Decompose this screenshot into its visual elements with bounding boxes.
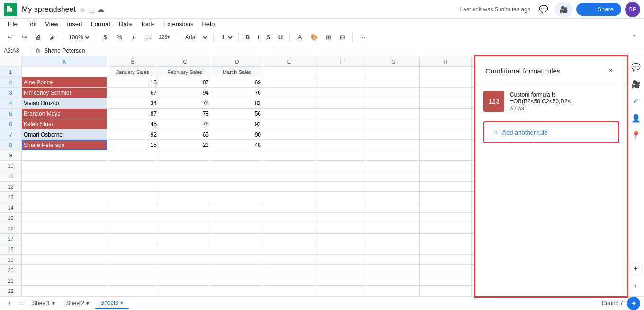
cell-d2[interactable]: 69	[211, 77, 263, 88]
cell-i1[interactable]	[472, 67, 475, 77]
cell-g6[interactable]	[367, 119, 420, 129]
cell-c8[interactable]: 23	[159, 140, 211, 150]
strikethrough-button[interactable]: S	[264, 33, 274, 42]
menu-view[interactable]: View	[41, 19, 62, 29]
cell-f8[interactable]	[315, 140, 367, 150]
cell-g7[interactable]	[367, 129, 420, 140]
cell-i4[interactable]	[472, 98, 475, 109]
cell-a6[interactable]: Kaleb Stuart	[22, 119, 107, 129]
cell-f7[interactable]	[315, 129, 367, 140]
meet-button[interactable]: 🎥	[555, 2, 572, 17]
cell-h6[interactable]	[420, 119, 472, 129]
cell-f2[interactable]	[315, 77, 367, 88]
cell-c1[interactable]: February Sales	[159, 67, 211, 77]
cell-c5[interactable]: 78	[159, 109, 211, 119]
cell-i6[interactable]	[472, 119, 475, 129]
cell-c6[interactable]: 78	[159, 119, 211, 129]
comments-button[interactable]: 💬	[536, 2, 551, 17]
cell-e6[interactable]	[263, 119, 315, 129]
star-icon[interactable]: ☆	[80, 6, 86, 13]
col-header-e[interactable]: E	[263, 56, 315, 66]
cell-i2[interactable]	[472, 77, 475, 88]
cell-i5[interactable]	[472, 109, 475, 119]
cell-g2[interactable]	[367, 77, 420, 88]
cell-c2[interactable]: 87	[159, 77, 211, 88]
close-panel-button[interactable]: ×	[604, 64, 617, 77]
cell-a7[interactable]: Omari Osborne	[22, 129, 107, 140]
cell-c3[interactable]: 94	[159, 88, 211, 98]
cell-b8[interactable]: 15	[107, 140, 159, 150]
cell-b6[interactable]: 45	[107, 119, 159, 129]
cell-i7[interactable]	[472, 129, 475, 140]
undo-button[interactable]: ↩	[4, 31, 16, 44]
cell-d5[interactable]: 56	[211, 109, 263, 119]
decimal-less-button[interactable]: .0	[127, 31, 140, 44]
sheet-tab-sheet1[interactable]: Sheet1 ▾	[27, 298, 61, 309]
chat-side-icon[interactable]: 💬	[629, 60, 643, 73]
format-123-button[interactable]: 123▾	[156, 31, 173, 44]
cell-i8[interactable]	[472, 140, 475, 150]
col-header-c[interactable]: C	[159, 56, 211, 66]
cell-f5[interactable]	[315, 109, 367, 119]
cell-a1[interactable]	[22, 67, 107, 77]
cell-h2[interactable]	[420, 77, 472, 88]
maps-side-icon[interactable]: 📍	[629, 128, 643, 142]
cell-b1[interactable]: January Sales	[107, 67, 159, 77]
cell-e2[interactable]	[263, 77, 315, 88]
currency-button[interactable]: $	[99, 31, 111, 44]
cell-d1[interactable]: March Sales	[211, 67, 263, 77]
zoom-select[interactable]: 100%	[67, 34, 91, 41]
cell-d8[interactable]: 48	[211, 140, 263, 150]
merge-button[interactable]: ⊟	[336, 31, 349, 44]
menu-file[interactable]: File	[4, 19, 21, 29]
cell-e8[interactable]	[263, 140, 315, 150]
sheet-list-button[interactable]: ☰	[15, 298, 27, 309]
percent-button[interactable]: %	[113, 31, 125, 44]
meet-side-icon[interactable]: 🎥	[629, 77, 643, 91]
tasks-side-icon[interactable]: ✓	[629, 94, 643, 108]
paint-format-button[interactable]: 🖌	[46, 31, 59, 44]
cell-a9[interactable]	[22, 150, 107, 161]
cloud-icon[interactable]: ☁	[98, 6, 104, 13]
cell-a8[interactable]: Shane Peterson	[22, 140, 107, 150]
share-button[interactable]: 👤 Share	[576, 3, 621, 16]
menu-format[interactable]: Format	[87, 19, 114, 29]
col-header-d[interactable]: D	[211, 56, 263, 66]
explore-button[interactable]: ✦	[627, 297, 640, 310]
cell-a3[interactable]: Kimberley Schmidt	[22, 88, 107, 98]
cell-d6[interactable]: 92	[211, 119, 263, 129]
bold-button[interactable]: B	[242, 33, 252, 42]
cell-b7[interactable]: 92	[107, 129, 159, 140]
expand-sidebar-button[interactable]: ›	[629, 279, 643, 292]
cell-e1[interactable]	[263, 67, 315, 77]
menu-edit[interactable]: Edit	[22, 19, 40, 29]
cell-b5[interactable]: 87	[107, 109, 159, 119]
more-button[interactable]: ···	[357, 31, 369, 44]
col-header-a[interactable]: A	[22, 56, 107, 66]
underline-button[interactable]: U	[276, 33, 286, 42]
cell-h7[interactable]	[420, 129, 472, 140]
cell-f1[interactable]	[315, 67, 367, 77]
borders-button[interactable]: ⊞	[322, 31, 334, 44]
format-rule-item[interactable]: 123 Custom formula is =OR(B2<50,C2<50,D2…	[476, 85, 627, 118]
cell-g8[interactable]	[367, 140, 420, 150]
cell-d3[interactable]: 76	[211, 88, 263, 98]
col-header-g[interactable]: G	[367, 56, 420, 66]
fill-color-button[interactable]: 🎨	[308, 31, 320, 44]
cell-i3[interactable]	[472, 88, 475, 98]
cell-b2[interactable]: 13	[107, 77, 159, 88]
cell-h5[interactable]	[420, 109, 472, 119]
menu-insert[interactable]: Insert	[63, 19, 86, 29]
spreadsheet[interactable]: A B C D E F G H I 1 2 3 4 5 6	[0, 56, 475, 296]
cell-h4[interactable]	[420, 98, 472, 109]
drive-icon[interactable]: ⬚	[89, 6, 95, 13]
cell-f3[interactable]	[315, 88, 367, 98]
cell-g4[interactable]	[367, 98, 420, 109]
redo-button[interactable]: ↪	[18, 31, 30, 44]
cell-g3[interactable]	[367, 88, 420, 98]
cell-c4[interactable]: 78	[159, 98, 211, 109]
cell-a2[interactable]: Aine Ponce	[22, 77, 107, 88]
cell-h1[interactable]	[420, 67, 472, 77]
text-color-button[interactable]: A	[294, 31, 306, 44]
cell-f6[interactable]	[315, 119, 367, 129]
